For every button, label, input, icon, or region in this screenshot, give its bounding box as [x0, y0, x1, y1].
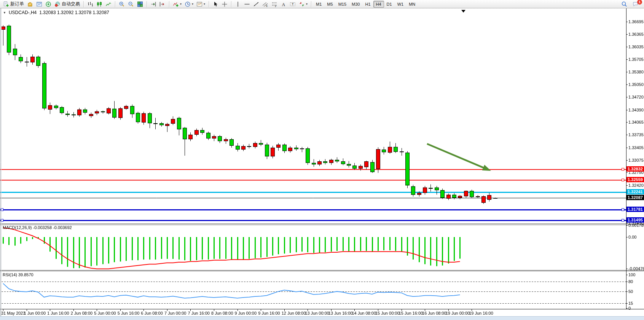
horizontal-line-tool-icon [244, 1, 250, 7]
arrows-tool-dropdown-icon[interactable]: ▾ [306, 3, 308, 6]
toolbar-separator [311, 1, 311, 7]
mt4-window: 新订单自动交易▾▾▾EFAT▾M1M5M15M30H1H4D1W1MN 1 ▼ … [0, 0, 644, 320]
svg-text:F: F [275, 5, 277, 7]
periods-dropdown-icon[interactable]: ▾ [192, 3, 193, 6]
tile-windows-button[interactable] [135, 1, 145, 8]
toolbar: 新订单自动交易▾▾▾EFAT▾M1M5M15M30H1H4D1W1MN 1 [0, 0, 644, 8]
toolbar-buttons: 新订单自动交易▾▾▾EFAT▾M1M5M15M30H1H4D1W1MN [2, 0, 620, 8]
equidistant-channel-tool-icon: E [262, 1, 268, 7]
date-label: 2 Jun 08:00 [71, 311, 93, 315]
auto-trading-label: 自动交易 [62, 1, 80, 7]
text-label-tool-button[interactable]: T [288, 1, 297, 8]
y-axis-tick-label: 1.36035 [628, 45, 644, 49]
date-label: 12 Jun 08:00 [282, 311, 306, 315]
line-chart-mode-icon [105, 1, 112, 7]
new-order-icon [3, 1, 9, 7]
candlestick-mode-icon [96, 1, 102, 7]
rsi-axis-label: 0 [628, 306, 631, 310]
indicators-list-icon [173, 1, 179, 7]
chart-title: ▼ USDCAD-,H4 1.32083 1.32092 1.32078 1.3… [3, 10, 109, 15]
auto-trading-icon [54, 1, 61, 7]
trendline-tool-button[interactable] [252, 1, 261, 8]
timeframe-h1-button[interactable]: H1 [362, 1, 373, 8]
rsi-axis-label: 15 [628, 301, 633, 306]
crosshair-tool-button[interactable] [220, 1, 229, 8]
horizontal-line-tool-button[interactable] [242, 1, 252, 8]
timeframe-m15-button[interactable]: M15 [336, 1, 349, 8]
one-click-trading-collapse-icon[interactable]: ▼ [3, 11, 6, 14]
cursor-tool-button[interactable] [211, 1, 220, 8]
price-tag: 1.31495 [626, 217, 644, 223]
text-tool-button[interactable]: A [279, 1, 288, 8]
line-chart-mode-button[interactable] [104, 1, 113, 8]
y-axis-tick-label: 1.34720 [628, 95, 644, 99]
date-label: 15 Jun 16:00 [399, 311, 423, 315]
cursor-tool-icon [212, 1, 218, 7]
price-tag: 1.32087 [626, 195, 644, 200]
chart-shift-icon [159, 1, 166, 7]
date-label: 8 Jun 08:00 [211, 311, 233, 315]
zoom-in-button[interactable] [117, 1, 126, 8]
price-tag: 1.32559 [626, 177, 644, 182]
date-label: 5 Jun 16:00 [118, 311, 140, 315]
periods-icon [185, 1, 191, 7]
price-tag: 1.31781 [626, 207, 644, 212]
new-order-button[interactable]: 新订单 [2, 1, 26, 8]
navigator-button[interactable] [44, 1, 53, 8]
indicators-list-button[interactable]: ▾ [171, 1, 183, 8]
timeframe-mn-button[interactable]: MN [406, 1, 418, 8]
toolbar-separator [115, 1, 115, 7]
market-watch-button[interactable] [35, 1, 44, 8]
vertical-line-tool-icon [235, 1, 241, 7]
text-label-tool-icon: T [290, 1, 296, 7]
fibonacci-tool-icon: F [271, 1, 277, 7]
chart-shift-button[interactable] [158, 1, 167, 8]
templates-icon [196, 1, 202, 7]
equidistant-channel-tool-button[interactable]: E [261, 1, 270, 8]
date-label: 19 Jun 16:00 [469, 311, 493, 315]
auto-scroll-button[interactable] [149, 1, 158, 8]
svg-text:A: A [282, 2, 285, 7]
templates-dropdown-icon[interactable]: ▾ [204, 3, 205, 6]
fibonacci-tool-button[interactable]: F [270, 1, 279, 8]
templates-button[interactable]: ▾ [195, 1, 207, 8]
bar-chart-mode-button[interactable] [86, 1, 95, 8]
navigator-icon [45, 1, 51, 7]
tick-chart-icon [27, 1, 33, 7]
notifications-button[interactable]: 1 [631, 1, 640, 8]
y-axis-tick-label: 1.32420 [628, 183, 644, 188]
y-axis-tick-label: 1.35050 [628, 82, 644, 87]
price-tag: 1.32241 [626, 189, 644, 194]
timeframe-d1-button[interactable]: D1 [384, 1, 395, 8]
timeframe-m5-button[interactable]: M5 [324, 1, 335, 8]
auto-trading-button[interactable]: 自动交易 [53, 1, 81, 8]
timeframe-m30-button[interactable]: M30 [349, 1, 362, 8]
periods-button[interactable]: ▾ [183, 1, 195, 8]
date-label: 9 Jun 00:00 [235, 311, 257, 315]
toolbar-separator [169, 1, 169, 7]
tick-chart-button[interactable] [26, 1, 35, 8]
date-label: 1 Jun 00:00 [24, 311, 46, 315]
timeframe-h4-button[interactable]: H4 [373, 1, 384, 8]
arrows-tool-button[interactable]: ▾ [297, 1, 309, 8]
timeframe-m1-button[interactable]: M1 [313, 1, 324, 8]
indicators-list-dropdown-icon[interactable]: ▾ [180, 3, 182, 6]
chart-canvas[interactable] [0, 0, 644, 320]
macd-indicator-label: MACD(12,26,9) -0.003258 -0.003692 [3, 225, 72, 230]
candlestick-mode-button[interactable] [95, 1, 104, 8]
rsi-indicator-label: RSI(14) 39.8570 [3, 272, 33, 277]
vertical-line-tool-button[interactable] [233, 1, 242, 8]
timeframe-w1-button[interactable]: W1 [395, 1, 406, 8]
arrows-tool-icon [299, 1, 305, 7]
zoom-out-button[interactable] [126, 1, 135, 8]
chart-symbol-period: USDCAD-,H4 [9, 10, 37, 15]
date-label: 19 Jun 00:00 [446, 311, 470, 315]
y-axis-tick-label: 1.35705 [628, 57, 644, 62]
search-icon [621, 1, 627, 7]
y-axis-tick-label: 1.33405 [628, 145, 644, 150]
search-button[interactable] [620, 1, 629, 8]
text-tool-icon: A [281, 1, 287, 7]
macd-axis-label: 0.001789 [628, 223, 644, 228]
macd-axis-label: 0.00 [628, 235, 636, 239]
date-label: 7 Jun 16:00 [188, 311, 210, 315]
